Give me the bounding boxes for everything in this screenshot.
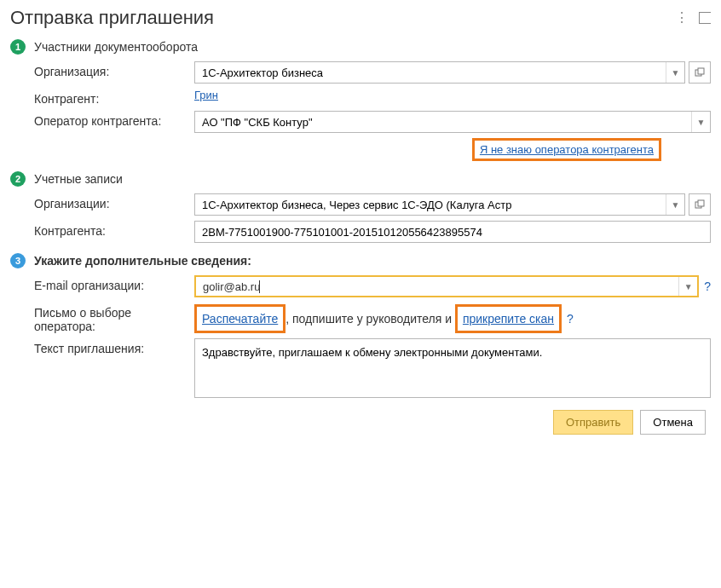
label-organization: Организация:	[34, 61, 187, 78]
org-account-dropdown-button[interactable]: ▼	[666, 194, 684, 215]
letter-instruction: Распечатайте, подпишите у руководителя и…	[194, 303, 711, 333]
email-select[interactable]: golir@ab.ru ▼	[194, 275, 699, 297]
open-external-icon	[695, 67, 705, 78]
open-external-icon	[695, 199, 705, 210]
label-invite-text: Текст приглашения:	[34, 338, 187, 355]
invite-text-area[interactable]	[194, 338, 711, 398]
label-letter: Письмо о выборе оператора:	[34, 303, 187, 333]
org-account-select[interactable]: ▼	[194, 193, 685, 216]
print-link[interactable]: Распечатайте	[202, 312, 278, 326]
attach-scan-link[interactable]: прикрепите скан	[463, 312, 554, 326]
org-account-input[interactable]	[195, 194, 666, 215]
step-badge-1: 1	[10, 39, 26, 55]
label-operator: Оператор контрагента:	[34, 111, 187, 128]
window-icon[interactable]	[699, 12, 711, 24]
highlight-unknown-operator: Я не знаю оператора контрагента	[472, 138, 661, 161]
highlight-attach: прикрепите скан	[455, 304, 562, 333]
organization-select[interactable]: ▼	[194, 61, 685, 84]
label-org-account: Организации:	[34, 193, 187, 210]
cancel-button[interactable]: Отмена	[640, 410, 706, 435]
unknown-operator-link[interactable]: Я не знаю оператора контрагента	[480, 143, 654, 156]
operator-dropdown-button[interactable]: ▼	[691, 112, 710, 132]
label-email: E-mail организации:	[34, 275, 187, 292]
email-dropdown-button[interactable]: ▼	[678, 277, 697, 296]
section-2-title: Учетные записи	[34, 172, 123, 186]
section-3-title: Укажите дополнительные сведения:	[34, 254, 251, 268]
organization-open-button[interactable]	[689, 61, 711, 84]
contr-account-input[interactable]	[195, 222, 710, 242]
contr-account-field[interactable]	[194, 221, 711, 243]
email-value[interactable]: golir@ab.ru	[203, 280, 260, 293]
section-1-title: Участники документооборота	[34, 40, 198, 54]
label-contragent: Контрагент:	[34, 89, 187, 106]
organization-dropdown-button[interactable]: ▼	[666, 62, 684, 83]
letter-help-icon[interactable]: ?	[567, 312, 574, 326]
send-button[interactable]: Отправить	[553, 410, 633, 435]
org-account-open-button[interactable]	[689, 193, 711, 216]
organization-input[interactable]	[195, 62, 666, 83]
letter-mid-text: , подпишите у руководителя и	[286, 312, 455, 326]
contragent-link[interactable]: Грин	[194, 89, 218, 101]
highlight-print: Распечатайте	[194, 304, 286, 333]
label-contr-account: Контрагента:	[34, 221, 187, 238]
svg-rect-1	[698, 68, 704, 74]
operator-input[interactable]	[195, 112, 691, 132]
email-help-icon[interactable]: ?	[704, 280, 711, 293]
step-badge-3: 3	[10, 253, 26, 268]
kebab-menu-icon[interactable]: ⋮	[675, 11, 689, 25]
step-badge-2: 2	[10, 171, 26, 187]
svg-rect-3	[698, 200, 704, 206]
page-title: Отправка приглашения	[10, 7, 214, 29]
text-cursor	[259, 280, 260, 293]
operator-select[interactable]: ▼	[194, 111, 711, 133]
